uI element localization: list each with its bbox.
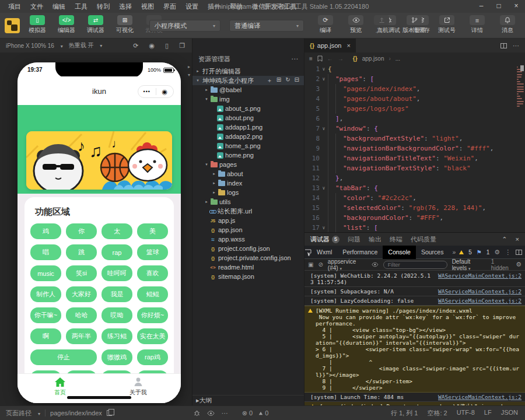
- debugger-tab-active[interactable]: 调试器5: [310, 235, 340, 244]
- more-tabs-icon[interactable]: »: [449, 249, 459, 256]
- fold-chevron-icon[interactable]: ∨: [320, 64, 328, 74]
- miniapp-button[interactable]: 我是: [102, 286, 132, 302]
- version-control-button[interactable]: 版本管理: [399, 15, 429, 34]
- preview-button[interactable]: 预览: [343, 15, 369, 34]
- debugger-tab-item[interactable]: 输出: [369, 235, 382, 244]
- miniapp-button[interactable]: rap鸡: [137, 349, 168, 365]
- close-tab-icon[interactable]: ×: [346, 42, 350, 49]
- kebab-menu-icon[interactable]: ⋮: [505, 249, 511, 256]
- miniapp-button[interactable]: 你好烦~: [137, 307, 168, 323]
- error-count[interactable]: ⊗ 0: [242, 410, 253, 417]
- close-target-icon[interactable]: ◉: [156, 88, 174, 96]
- hot-reload-select[interactable]: 热重载 开 ▾: [69, 41, 103, 50]
- tree-item[interactable]: addapp2.png: [192, 132, 304, 141]
- menu-item[interactable]: 设置: [181, 0, 203, 13]
- tree-item[interactable]: ▸@babel: [192, 85, 304, 94]
- devtools-tab-performance[interactable]: Performance: [337, 246, 383, 259]
- mode-select[interactable]: 小程序模式 ▾: [149, 20, 220, 32]
- tree-item[interactable]: about.png: [192, 113, 304, 123]
- devtools-tab-sources[interactable]: Sources: [416, 246, 449, 259]
- minimap[interactable]: [516, 64, 525, 232]
- debugger-tab-item[interactable]: 代码质量: [411, 235, 436, 244]
- miniapp-button[interactable]: 你: [66, 223, 97, 239]
- encoding[interactable]: UTF-8: [457, 409, 475, 418]
- visualization-toggle[interactable]: ⊞ 可视化: [112, 15, 138, 34]
- tree-item[interactable]: ▸utils: [192, 197, 304, 206]
- fold-chevron-icon[interactable]: ∨: [320, 183, 328, 193]
- tree-item[interactable]: <>readme.html: [192, 262, 304, 272]
- debugger-tab-item[interactable]: 问题: [348, 235, 360, 244]
- miniapp-button[interactable]: 啊: [30, 328, 61, 344]
- devtools-tab-wxml[interactable]: Wxml: [312, 246, 337, 259]
- maximize-button[interactable]: □: [490, 0, 508, 13]
- current-page-path[interactable]: pages/index/index: [50, 410, 102, 416]
- miniapp-button[interactable]: 笑si: [66, 265, 97, 281]
- more-actions-icon[interactable]: ⋯: [291, 55, 298, 63]
- close-panel-icon[interactable]: ×: [516, 236, 519, 243]
- miniapp-button[interactable]: 跳: [66, 244, 97, 260]
- miniapp-button[interactable]: 哈哈: [66, 307, 97, 323]
- details-button[interactable]: ≡ 详情: [464, 15, 490, 34]
- copy-icon[interactable]: [107, 410, 112, 416]
- devtools-tab-console[interactable]: Console: [383, 246, 416, 259]
- settings-gear-icon[interactable]: ⚙: [494, 249, 500, 256]
- eye-icon[interactable]: [207, 411, 215, 416]
- miniapp-button[interactable]: 制作人: [30, 286, 61, 302]
- warning-count[interactable]: 5: [468, 249, 472, 256]
- tree-item[interactable]: home.png: [192, 150, 304, 160]
- eol-setting[interactable]: LF: [484, 409, 492, 418]
- menu-item[interactable]: 界面: [159, 0, 181, 13]
- tree-item[interactable]: about_s.png: [192, 104, 304, 113]
- menu-item[interactable]: 选择: [114, 0, 136, 13]
- miniapp-button[interactable]: 你干嘛~: [30, 307, 61, 323]
- multi-window-icon[interactable]: ❐: [179, 42, 185, 50]
- messages-button[interactable]: 消息: [495, 15, 520, 34]
- tree-item[interactable]: ▸index: [192, 178, 304, 188]
- code-editor[interactable]: {} app.json × ⋯ ≡ ← → {} app.json: [304, 38, 525, 232]
- miniapp-button[interactable]: 实在太美: [137, 328, 168, 344]
- language-mode[interactable]: JSON: [501, 409, 518, 418]
- info-count[interactable]: 1: [487, 249, 490, 256]
- miniapp-button[interactable]: 太: [102, 223, 132, 239]
- tree-item[interactable]: ▾img: [192, 94, 304, 104]
- inspect-icon[interactable]: [304, 248, 312, 256]
- tree-item[interactable]: {}app.json: [192, 225, 304, 235]
- bug-icon[interactable]: [194, 410, 200, 416]
- page-path-select[interactable]: 页面路径 ▾: [6, 409, 40, 418]
- tree-item[interactable]: home_s.png: [192, 141, 304, 150]
- warning-count[interactable]: 0: [258, 410, 268, 416]
- more-icon[interactable]: ⋯: [222, 410, 228, 417]
- tree-item[interactable]: 站长图库.url: [192, 206, 304, 216]
- menu-item[interactable]: 视图: [136, 0, 159, 13]
- close-button[interactable]: ×: [508, 0, 525, 13]
- swiper-banner-image[interactable]: ♪ ♫ ♩: [26, 131, 172, 190]
- fold-chevron-icon[interactable]: ∨: [320, 223, 328, 232]
- new-file-icon[interactable]: ＋: [267, 76, 272, 85]
- tab-about[interactable]: 关于我: [112, 377, 164, 397]
- clear-console-icon[interactable]: ⊘: [318, 261, 323, 268]
- filter-input[interactable]: [383, 261, 447, 269]
- collapse-panel-icon[interactable]: ⌃: [502, 236, 507, 243]
- miniapp-button[interactable]: 两年半: [66, 328, 97, 344]
- log-source-link[interactable]: WAServiceMainContext.js:2: [438, 288, 522, 295]
- miniapp-button[interactable]: 哎呦: [102, 307, 132, 323]
- miniapp-button[interactable]: rap: [102, 244, 132, 260]
- user-avatar[interactable]: [5, 18, 20, 33]
- outline-section[interactable]: ▸大纲: [192, 395, 304, 405]
- debugger-toggle[interactable]: ⇄ 调试器: [83, 15, 108, 34]
- split-editor-icon[interactable]: [501, 43, 507, 48]
- indent-setting[interactable]: 空格: 2: [427, 409, 447, 418]
- tree-item[interactable]: {}project.config.json: [192, 244, 304, 253]
- refresh-explorer-icon[interactable]: ↻: [285, 76, 290, 85]
- console-settings-icon[interactable]: ⚙: [516, 261, 522, 268]
- simulator-toggle[interactable]: ▯ 模拟器: [24, 15, 50, 34]
- miniapp-button[interactable]: 篮球: [137, 244, 168, 260]
- miniapp-button[interactable]: 大家好: [66, 286, 97, 302]
- panel-toggle-arrows[interactable]: ▸▾: [188, 63, 190, 79]
- miniapp-button[interactable]: music: [30, 265, 61, 281]
- phone-frame-icon[interactable]: ▯: [165, 42, 169, 50]
- tab-app-json[interactable]: {} app.json ×: [304, 38, 356, 52]
- editor-more-icon[interactable]: ⋯: [513, 42, 519, 50]
- menu-item[interactable]: 转到: [92, 0, 114, 13]
- miniapp-button[interactable]: 鸡: [30, 223, 61, 239]
